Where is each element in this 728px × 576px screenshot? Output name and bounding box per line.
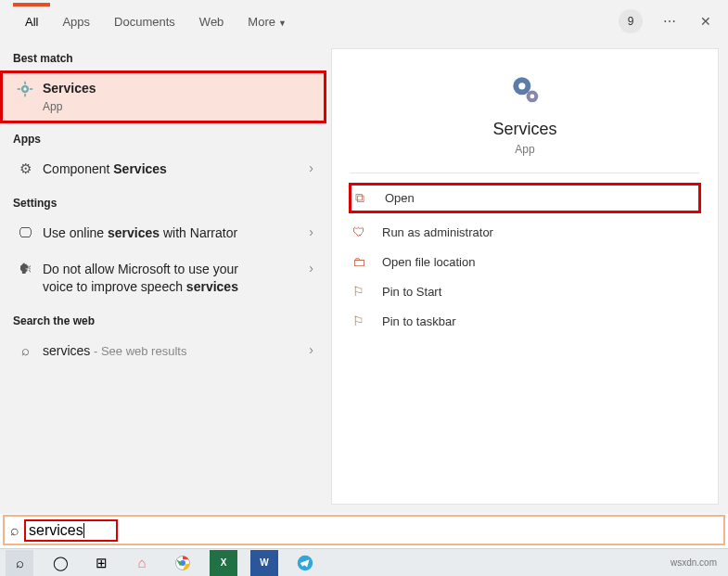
action-pin-taskbar[interactable]: ⚐ Pin to taskbar — [332, 306, 718, 336]
narrator-icon: 🖵 — [13, 224, 37, 240]
chevron-right-icon: › — [300, 160, 313, 175]
tab-web[interactable]: Web — [187, 5, 236, 38]
chevron-right-icon: › — [300, 342, 313, 357]
count-badge[interactable]: 9 — [619, 9, 643, 33]
taskbar: ⌕ ◯ ⊞ ⌂ X W wsxdn.com — [0, 548, 728, 576]
svg-point-7 — [518, 83, 525, 89]
search-icon: ⌕ — [13, 342, 37, 358]
results-list: Best match ServicesApp Apps ⚙ Component … — [0, 43, 326, 514]
search-icon: ⌕ — [10, 522, 19, 539]
section-apps: Apps — [0, 123, 326, 151]
search-bar[interactable]: ⌕ services — [3, 515, 725, 545]
open-icon: ⧉ — [355, 190, 376, 206]
pin-icon: ⚐ — [352, 314, 373, 328]
svg-point-1 — [23, 87, 26, 90]
result-narrator-services[interactable]: 🖵 Use online services with Narrator › — [0, 215, 326, 251]
gear-icon — [507, 71, 543, 107]
svg-rect-2 — [24, 82, 26, 84]
section-settings: Settings — [0, 187, 326, 215]
svg-point-9 — [530, 95, 535, 99]
taskbar-excel-icon[interactable]: X — [210, 550, 237, 576]
tab-more[interactable]: More▼ — [236, 5, 299, 38]
taskbar-app-icon[interactable]: ⌂ — [128, 550, 156, 576]
speech-icon: 🗣 — [13, 261, 37, 276]
chevron-down-icon: ▼ — [278, 19, 287, 28]
chevron-right-icon: › — [300, 224, 313, 239]
tab-all[interactable]: All — [13, 5, 50, 38]
detail-pane: Services App ⧉ Open 🛡 Run as administrat… — [331, 48, 719, 505]
result-component-services[interactable]: ⚙ Component Services › — [0, 151, 326, 187]
action-open[interactable]: ⧉ Open — [349, 183, 701, 213]
taskbar-telegram-icon[interactable] — [291, 550, 319, 576]
detail-title: Services — [341, 120, 709, 139]
taskbar-cortana-icon[interactable]: ◯ — [46, 550, 74, 576]
gear-icon — [13, 80, 37, 98]
tab-apps[interactable]: Apps — [50, 5, 102, 38]
svg-rect-4 — [18, 88, 20, 90]
detail-subtitle: App — [341, 143, 709, 156]
result-speech-services[interactable]: 🗣 Do not allow Microsoft to use yourvoic… — [0, 251, 326, 305]
taskbar-word-icon[interactable]: W — [250, 550, 278, 576]
folder-icon: 🗀 — [352, 254, 373, 269]
result-services-app[interactable]: ServicesApp — [0, 70, 326, 123]
shield-icon: 🛡 — [352, 224, 373, 239]
action-file-location[interactable]: 🗀 Open file location — [332, 247, 718, 276]
taskbar-search-icon[interactable]: ⌕ — [6, 550, 33, 576]
search-input[interactable]: services — [29, 522, 84, 539]
filter-tabs: All Apps Documents Web More▼ 9 ⋯ ✕ — [0, 0, 728, 43]
ellipsis-icon[interactable]: ⋯ — [659, 10, 680, 32]
taskbar-taskview-icon[interactable]: ⊞ — [87, 550, 115, 576]
tab-documents[interactable]: Documents — [102, 5, 187, 38]
svg-rect-5 — [30, 88, 32, 90]
svg-rect-3 — [24, 94, 26, 96]
action-pin-start[interactable]: ⚐ Pin to Start — [332, 276, 718, 306]
source-label: wsxdn.com — [671, 557, 722, 568]
section-best-match: Best match — [0, 43, 326, 70]
result-web-services[interactable]: ⌕ services - See web results › — [0, 333, 326, 369]
component-icon: ⚙ — [13, 160, 37, 177]
section-web: Search the web — [0, 305, 326, 333]
action-run-admin[interactable]: 🛡 Run as administrator — [332, 217, 718, 247]
pin-icon: ⚐ — [352, 284, 373, 299]
taskbar-chrome-icon[interactable] — [169, 550, 197, 576]
close-icon[interactable]: ✕ — [696, 10, 715, 32]
chevron-right-icon: › — [300, 261, 313, 275]
